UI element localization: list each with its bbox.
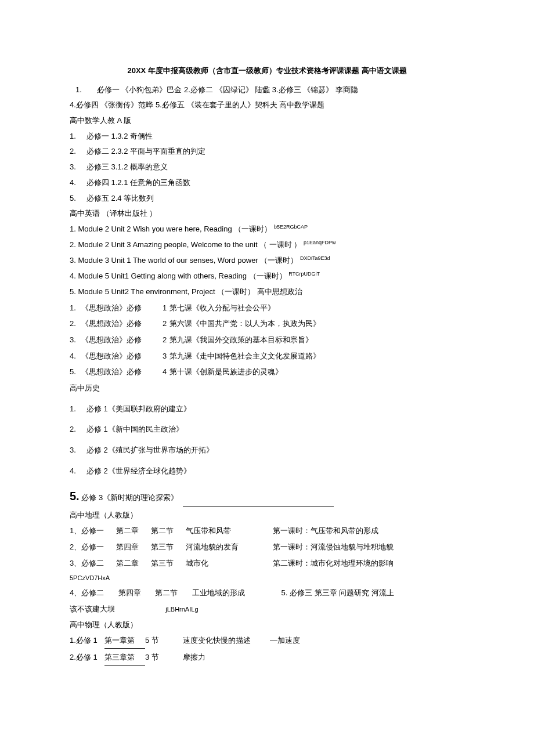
list-number: 5. xyxy=(70,191,76,206)
history-item-text: 必修 2《殖民扩张与世界市场的开拓》 xyxy=(86,446,214,454)
history-item: 4.必修 2《世界经济全球化趋势》 xyxy=(70,464,464,479)
sup-code: DXDiTa9E3d xyxy=(300,255,330,261)
politics-title: 第六课《中国共产党：以人为本，执政为民》 xyxy=(169,319,320,328)
geo-c3: 第三节 xyxy=(151,540,186,555)
geo-tail: 该不该建大坝 jLBHrnAILg xyxy=(70,602,464,617)
politics-book: 《思想政治》必修 xyxy=(81,333,163,348)
geo-c5: 第二课时：城市化对地理环境的影响 xyxy=(273,556,394,571)
math-item-text: 必修五 2.4 等比数列 xyxy=(86,194,154,202)
math-item-text: 必修二 2.3.2 平面与平面垂直的判定 xyxy=(86,147,205,155)
phys-c1: 2.必修 1 xyxy=(70,650,104,665)
math-list: 1.必修一 1.3.2 奇偶性2.必修二 2.3.2 平面与平面垂直的判定3.必… xyxy=(70,129,464,205)
list-number: 1. xyxy=(70,225,78,233)
list-number: 3. xyxy=(70,256,78,265)
geo-tail-a: 该不该建大坝 xyxy=(70,605,115,613)
geo-c2: 第四章 xyxy=(116,540,151,555)
math-head: 高中数学人教 A 版 xyxy=(70,114,464,128)
phys-c3: 3 节 xyxy=(145,650,171,665)
phys-c2: 第三章第 xyxy=(104,650,145,665)
geo-head: 高中地理（人教版） xyxy=(70,508,464,523)
geo-c2: 第四章 xyxy=(118,586,153,601)
english-item: 3. Module 3 Unit 1 The world of our sens… xyxy=(70,254,464,268)
math-item: 1.必修一 1.3.2 奇偶性 xyxy=(70,129,464,144)
politics-title: 第九课《走中国特色社会主义文化发展道路》 xyxy=(169,352,320,360)
politics-title: 第十课《创新是民族进步的灵魂》 xyxy=(169,367,283,376)
politics-book: 《思想政治》必修 xyxy=(81,317,163,331)
math-item: 2.必修二 2.3.2 平面与平面垂直的判定 xyxy=(70,144,464,159)
sup-code: RTCrpUDGiT xyxy=(288,271,320,277)
politics-item: 1.《思想政治》必修1 第七课《收入分配与社会公平》 xyxy=(70,301,464,316)
politics-item: 5.《思想政治》必修4 第十课《创新是民族进步的灵魂》 xyxy=(70,365,464,379)
politics-book: 《思想政治》必修 xyxy=(81,349,163,364)
list-number: 5. xyxy=(70,365,81,379)
list-number: 4. xyxy=(70,349,81,364)
list-number: 1. xyxy=(70,129,76,144)
history-item-text: 必修 1《美国联邦政府的建立》 xyxy=(86,404,191,413)
math-item-text: 必修三 3.1.2 概率的意义 xyxy=(86,162,168,171)
english-head: 高中英语 （译林出版社 ） xyxy=(70,207,464,221)
politics-vol: 1 xyxy=(163,301,167,316)
history-item-text: 必修 2《世界经济全球化趋势》 xyxy=(86,466,191,475)
geo-c3: 第二节 xyxy=(151,524,186,538)
geo-row-4: 4、必修二 第四章 第二节 工业地域的形成 5. 必修三 第三章 问题研究 河流… xyxy=(70,586,464,601)
english-item-text: Module 3 Unit 1 The world of our senses,… xyxy=(78,256,298,265)
geo-c4: 城市化 xyxy=(186,556,273,571)
politics-item: 2.《思想政治》必修2 第六课《中国共产党：以人为本，执政为民》 xyxy=(70,317,464,331)
sup-code: p1EanqFDPw xyxy=(304,240,336,245)
geo-c2: 第二章 xyxy=(116,524,151,538)
politics-book: 《思想政治》必修 xyxy=(81,301,163,316)
list-number: 3. xyxy=(70,333,81,348)
chinese-line-1: 1. 必修一 《小狗包弟》巴金 2.必修二 《囚绿记》 陆蠡 3.必修三 《锦瑟… xyxy=(70,83,464,97)
phys-head: 高中物理（人教版） xyxy=(70,618,464,632)
geo-tail-b: jLBHrnAILg xyxy=(165,606,198,613)
english-item-5: 5. Module 5 Unit2 The environment, Proje… xyxy=(70,285,464,299)
politics-vol: 2 xyxy=(163,333,167,348)
geo-c1: 2、必修一 xyxy=(70,540,116,555)
phys-c3: 5 节 xyxy=(145,634,171,648)
list-number: 4. xyxy=(70,176,76,190)
english-item: 2. Module 2 Unit 3 Amazing people, Welco… xyxy=(70,238,464,252)
geo-c3: 第三节 xyxy=(151,556,186,571)
politics-title: 第七课《收入分配与社会公平》 xyxy=(169,303,275,312)
list-number: 2. xyxy=(70,317,81,331)
phys-list: 1.必修 1第一章第5 节速度变化快慢的描述—加速度2.必修 1第三章第3 节摩… xyxy=(70,634,464,665)
english-item: 4. Module 5 Unit1 Getting along with oth… xyxy=(70,269,464,284)
geo-c4: 气压带和风带 xyxy=(186,524,273,538)
geo-row: 1、必修一第二章第二节气压带和风带第一课时：气压带和风带的形成 xyxy=(70,524,464,538)
phys-c1: 1.必修 1 xyxy=(70,634,104,648)
math-item-text: 必修四 1.2.1 任意角的三角函数 xyxy=(86,178,190,187)
phys-c2: 第一章第 xyxy=(104,634,145,649)
list-number: 1. xyxy=(70,301,81,316)
list-number: 3. xyxy=(70,443,76,458)
math-item-text: 必修一 1.3.2 奇偶性 xyxy=(86,132,153,140)
history-item: 3.必修 2《殖民扩张与世界市场的开拓》 xyxy=(70,443,464,458)
sup-code: b5E2RGbCAP xyxy=(274,224,308,230)
history-head: 高中历史 xyxy=(70,381,464,396)
politics-list: 1.《思想政治》必修1 第七课《收入分配与社会公平》2.《思想政治》必修2 第六… xyxy=(70,301,464,379)
english-item-text: Module 5 Unit1 Getting along with others… xyxy=(78,272,286,280)
english-item-text: Module 2 Unit 3 Amazing people, Welcome … xyxy=(78,240,301,249)
phys-c4: 速度变化快慢的描述 xyxy=(171,634,270,648)
chinese-line-2: 4.必修四 《张衡传》范晔 5.必修五 《装在套子里的人》契科夫 高中数学课题 xyxy=(70,98,464,113)
phys-c5: —加速度 xyxy=(270,634,300,648)
geo-c4: 工业地域的形成 xyxy=(192,586,279,601)
list-number: 3. xyxy=(70,160,76,175)
list-number: 2. xyxy=(70,240,78,249)
geo-list: 1、必修一第二章第二节气压带和风带第一课时：气压带和风带的形成2、必修一第四章第… xyxy=(70,524,464,570)
english-list: 1. Module 2 Unit 2 Wish you were here, R… xyxy=(70,222,464,284)
history-item-text: 必修 1《新中国的民主政治》 xyxy=(86,425,183,433)
list-number: 2. xyxy=(70,422,76,437)
geo-row: 3、必修二第二章第三节城市化第二课时：城市化对地理环境的影响 xyxy=(70,556,464,571)
english-item-text: Module 2 Unit 2 Wish you were here, Read… xyxy=(78,225,272,233)
list-number: 4. xyxy=(70,464,76,479)
math-item: 3.必修三 3.1.2 概率的意义 xyxy=(70,160,464,175)
geo-c2: 第二章 xyxy=(116,556,151,571)
list-number: 4. xyxy=(70,272,78,280)
geo-c3: 第二节 xyxy=(155,586,190,601)
geo-code-1: 5PCzVD7HxA xyxy=(70,572,464,584)
geo-c1: 1、必修一 xyxy=(70,524,116,538)
phys-row: 1.必修 1第一章第5 节速度变化快慢的描述—加速度 xyxy=(70,634,464,649)
history-item: 1.必修 1《美国联邦政府的建立》 xyxy=(70,402,464,417)
politics-item: 3.《思想政治》必修2 第九课《我国外交政策的基本目标和宗旨》 xyxy=(70,333,464,348)
page-title: 20XX 年度申报高级教师（含市直一级教师）专业技术资格考评课课题 高中语文课题 xyxy=(70,64,464,78)
